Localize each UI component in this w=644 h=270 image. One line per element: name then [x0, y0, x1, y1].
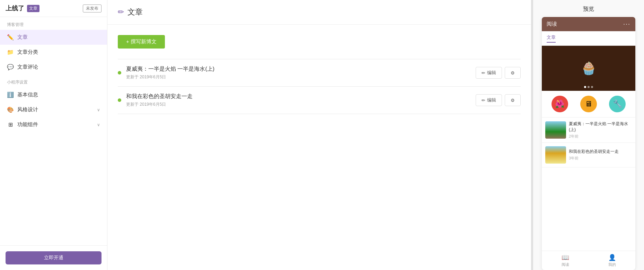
article-title: 夏威夷：一半是火焰 一半是海水(上) — [126, 66, 471, 73]
table-row: 夏威夷：一半是火焰 一半是海水(上) 更新于 2019年6月5日 ✏ 编辑 ⚙ — [118, 59, 521, 87]
article-info-2: 和我在彩色的圣胡安走一走 更新于 2019年6月5日 — [126, 93, 471, 107]
style-icon: 🎨 — [7, 106, 14, 113]
phone-icons-row: 🌺 🖥 🔧 — [542, 91, 635, 117]
phone-banner: 🧁 — [542, 46, 635, 91]
status-dot-published-2 — [118, 98, 121, 102]
settings-button-2[interactable]: ⚙ — [505, 94, 521, 106]
sidebar-item-comments-label: 文章评论 — [17, 64, 38, 70]
phone-topbar: 阅读 ··· — [542, 17, 635, 31]
preview-panel: 预览 阅读 ··· 文章 🧁 🌺 🖥 🔧 — [533, 0, 644, 270]
edit-pen-icon-2: ✏ — [482, 98, 485, 103]
phone-article-date-1: 2年前 — [569, 134, 632, 139]
chevron-down-icon: ∨ — [97, 107, 100, 112]
phone-nav-read[interactable]: 📖 阅读 — [542, 254, 589, 267]
article-thumbnail-1 — [545, 121, 566, 139]
phone-bottom-nav: 📖 阅读 👤 我的 — [542, 251, 635, 270]
phone-article-list: 夏威夷：一半是火焰 一半是海水(上) 2年前 和我在彩色的圣胡安走一走 3年前 — [542, 117, 635, 251]
article-actions: ✏ 编辑 ⚙ — [476, 67, 521, 79]
main-header: ✏ 文章 — [107, 0, 531, 25]
comments-icon: 💬 — [7, 64, 14, 70]
sidebar-item-widgets-label: 功能组件 — [17, 121, 38, 128]
articles-icon: ✏️ — [7, 34, 14, 41]
sidebar-item-style-label: 风格设计 — [17, 106, 38, 113]
header-pen-icon: ✏ — [118, 8, 124, 17]
activate-button[interactable]: 立即开通 — [6, 251, 102, 264]
gear-icon: ⚙ — [511, 70, 515, 76]
profile-icon: 👤 — [608, 254, 616, 261]
phone-article-title-1: 夏威夷：一半是火焰 一半是海水(上) — [569, 121, 632, 133]
main-panel: ✏ 文章 + 撰写新博文 夏威夷：一半是火焰 一半是海水(上) 更新于 2019… — [107, 0, 531, 270]
phone-article-title-2: 和我在彩色的圣胡安走一走 — [569, 149, 632, 155]
settings-button[interactable]: ⚙ — [505, 67, 521, 79]
phone-nav-tabs: 文章 — [542, 31, 635, 46]
main-content: + 撰写新博文 夏威夷：一半是火焰 一半是海水(上) 更新于 2019年6月5日… — [107, 25, 531, 270]
banner-dot-2 — [588, 86, 590, 88]
banner-dots — [584, 86, 593, 88]
article-thumbnail-2 — [545, 146, 566, 164]
phone-icon-tools[interactable]: 🔧 — [609, 96, 626, 112]
phone-article-info-2: 和我在彩色的圣胡安走一走 3年前 — [569, 149, 632, 161]
read-icon: 📖 — [562, 254, 569, 261]
sidebar-item-style[interactable]: 🎨 风格设计 ∨ — [0, 102, 107, 117]
widgets-icon: ⊞ — [7, 121, 14, 128]
sidebar-footer: 立即开通 — [0, 245, 107, 270]
unpublished-badge: 未发布 — [83, 5, 102, 12]
phone-article-info-1: 夏威夷：一半是火焰 一半是海水(上) 2年前 — [569, 121, 632, 139]
banner-dot-3 — [591, 86, 593, 88]
phone-nav-tab-articles: 文章 — [547, 34, 556, 43]
article-date-2: 更新于 2019年6月5日 — [126, 102, 471, 107]
sidebar-item-categories-label: 文章分类 — [17, 49, 38, 55]
article-date: 更新于 2019年6月5日 — [126, 74, 471, 80]
article-title-2: 和我在彩色的圣胡安走一走 — [126, 93, 471, 100]
banner-dot-1 — [584, 86, 586, 88]
brand-tag: 文章 — [27, 5, 39, 12]
new-post-button[interactable]: + 撰写新博文 — [118, 35, 165, 49]
sidebar-item-articles[interactable]: ✏️ 文章 — [0, 30, 107, 45]
phone-icon-flower[interactable]: 🌺 — [552, 96, 568, 112]
article-info: 夏威夷：一半是火焰 一半是海水(上) 更新于 2019年6月5日 — [126, 66, 471, 80]
basic-icon: ℹ️ — [7, 92, 14, 98]
sidebar-item-comments[interactable]: 💬 文章评论 — [0, 60, 107, 75]
phone-more-icon: ··· — [623, 20, 630, 28]
phone-nav-read-label: 阅读 — [562, 262, 569, 267]
chevron-down-icon-2: ∨ — [97, 122, 100, 127]
sidebar-item-basic[interactable]: ℹ️ 基本信息 — [0, 87, 107, 102]
edit-btn-label-2: 编辑 — [487, 97, 496, 103]
article-actions-2: ✏ 编辑 ⚙ — [476, 94, 521, 106]
preview-title: 预览 — [533, 0, 644, 17]
table-row: 和我在彩色的圣胡安走一走 更新于 2019年6月5日 ✏ 编辑 ⚙ — [118, 87, 521, 114]
sidebar-item-categories[interactable]: 📁 文章分类 — [0, 45, 107, 60]
phone-mockup: 阅读 ··· 文章 🧁 🌺 🖥 🔧 — [542, 17, 635, 270]
article-list: 夏威夷：一半是火焰 一半是海水(上) 更新于 2019年6月5日 ✏ 编辑 ⚙ — [118, 59, 521, 114]
edit-btn-label: 编辑 — [487, 70, 496, 76]
categories-icon: 📁 — [7, 49, 14, 55]
phone-icon-monitor[interactable]: 🖥 — [580, 96, 597, 112]
phone-article-date-2: 3年前 — [569, 156, 632, 161]
section-miniapp-label: 小程序设置 — [0, 75, 107, 87]
phone-topbar-title: 阅读 — [547, 21, 557, 27]
list-item: 和我在彩色的圣胡安走一走 3年前 — [542, 143, 635, 167]
status-dot-published — [118, 71, 121, 75]
phone-nav-profile-label: 我的 — [608, 262, 616, 267]
sidebar-item-widgets[interactable]: ⊞ 功能组件 ∨ — [0, 117, 107, 132]
page-title: 文章 — [127, 7, 143, 17]
list-item: 夏威夷：一半是火焰 一半是海水(上) 2年前 — [542, 117, 635, 143]
gear-icon-2: ⚙ — [511, 98, 515, 103]
edit-button-2[interactable]: ✏ 编辑 — [476, 94, 502, 106]
sidebar: 上线了 文章 未发布 博客管理 ✏️ 文章 📁 文章分类 💬 文章评论 小程序设… — [0, 0, 107, 270]
sidebar-item-articles-label: 文章 — [17, 34, 28, 41]
banner-image: 🧁 — [542, 46, 635, 91]
phone-nav-profile[interactable]: 👤 我的 — [589, 254, 635, 267]
edit-pen-icon: ✏ — [482, 70, 485, 76]
edit-button[interactable]: ✏ 编辑 — [476, 67, 502, 79]
sidebar-header: 上线了 文章 未发布 — [0, 0, 107, 17]
brand-name: 上线了 — [6, 4, 24, 12]
sidebar-item-basic-label: 基本信息 — [17, 92, 38, 98]
section-blog-label: 博客管理 — [0, 17, 107, 30]
